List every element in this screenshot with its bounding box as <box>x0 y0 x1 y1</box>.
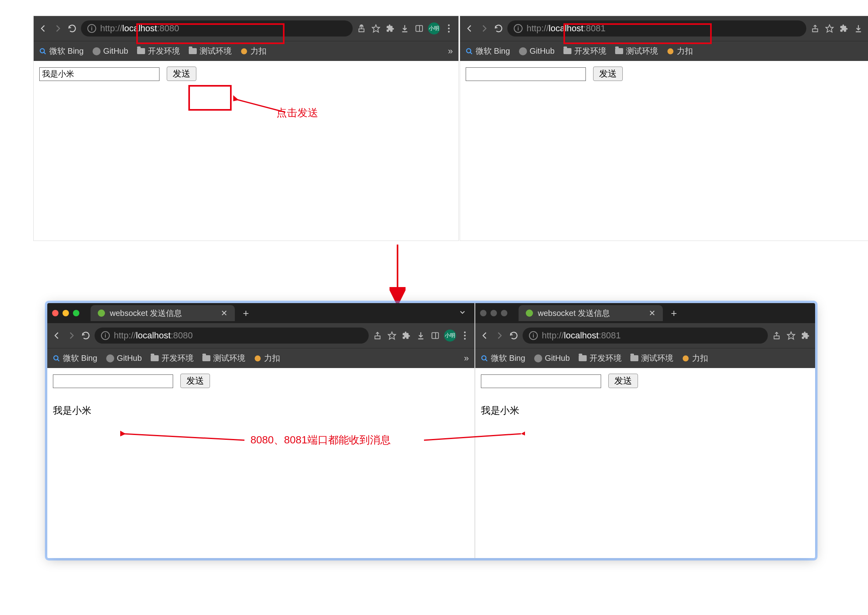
bookmark-likou[interactable]: 力扣 <box>254 353 280 364</box>
message-input[interactable] <box>466 67 586 81</box>
message-input[interactable] <box>39 67 159 81</box>
bookmark-likou[interactable]: 力扣 <box>682 353 708 364</box>
new-tab-button[interactable]: + <box>667 307 681 320</box>
github-icon <box>519 47 527 55</box>
close-tab-icon[interactable]: ✕ <box>221 308 228 318</box>
window-controls[interactable] <box>52 310 79 316</box>
reload-button[interactable] <box>508 330 519 341</box>
bookmark-likou[interactable]: 力扣 <box>240 46 266 57</box>
bookmark-bing[interactable]: 微软 Bing <box>39 46 84 57</box>
svg-point-9 <box>241 48 247 54</box>
bookmark-testenv[interactable]: 测试环境 <box>202 353 245 364</box>
bookmark-github[interactable]: GitHub <box>519 47 555 56</box>
info-icon: i <box>514 24 523 33</box>
share-icon[interactable] <box>372 331 383 340</box>
share-icon[interactable] <box>356 24 367 33</box>
send-button[interactable]: 发送 <box>608 374 638 388</box>
menu-icon[interactable] <box>459 331 470 340</box>
browser-tab[interactable]: websocket 发送信息 ✕ <box>519 305 663 321</box>
bookmark-devenv[interactable]: 开发环境 <box>563 46 606 57</box>
close-window-icon[interactable] <box>52 310 59 316</box>
bookmarks-overflow[interactable]: » <box>464 353 469 364</box>
svg-line-23 <box>57 359 59 361</box>
back-button[interactable] <box>479 330 491 341</box>
address-bar[interactable]: i http://localhost:8081 <box>507 20 806 36</box>
browser-toolbar: i http://localhost:8080 小明 <box>34 16 458 41</box>
new-tab-button[interactable]: + <box>239 307 253 320</box>
panel-icon[interactable] <box>430 331 441 340</box>
bookmark-github[interactable]: GitHub <box>534 354 570 363</box>
star-icon[interactable] <box>824 24 835 33</box>
bookmark-testenv[interactable]: 测试环境 <box>630 353 673 364</box>
bookmarks-bar: 微软 Bing GitHub 开发环境 测试环境 力扣 <box>460 41 868 61</box>
download-icon[interactable] <box>853 24 864 33</box>
folder-icon <box>579 355 587 361</box>
folder-icon <box>202 355 210 361</box>
back-button[interactable] <box>51 330 63 341</box>
share-icon[interactable] <box>809 24 821 33</box>
send-button[interactable]: 发送 <box>180 374 210 388</box>
menu-icon[interactable] <box>443 24 454 33</box>
bookmark-github[interactable]: GitHub <box>93 47 128 56</box>
send-button[interactable]: 发送 <box>167 67 196 81</box>
back-button[interactable] <box>38 23 49 34</box>
minimize-window-icon[interactable] <box>491 310 497 316</box>
tab-title: websocket 发送信息 <box>110 308 182 319</box>
star-icon[interactable] <box>386 331 398 340</box>
reload-button[interactable] <box>80 330 91 341</box>
svg-point-4 <box>448 24 450 26</box>
profile-avatar[interactable]: 小明 <box>444 330 456 342</box>
bookmark-testenv[interactable]: 测试环境 <box>615 46 658 57</box>
extensions-icon[interactable] <box>401 331 412 340</box>
bookmark-bing[interactable]: 微软 Bing <box>53 353 97 364</box>
folder-icon <box>630 355 638 361</box>
reload-button[interactable] <box>67 23 78 34</box>
tab-strip: websocket 发送信息 ✕ + <box>47 303 474 323</box>
extensions-icon[interactable] <box>838 24 850 33</box>
bookmark-bing[interactable]: 微软 Bing <box>481 353 525 364</box>
address-bar[interactable]: i http://localhost:8080 <box>81 20 353 36</box>
extensions-icon[interactable] <box>800 331 811 340</box>
address-bar[interactable]: i http://localhost:8080 <box>95 328 369 344</box>
tab-menu-icon[interactable] <box>455 308 470 318</box>
folder-icon <box>137 48 145 54</box>
profile-avatar[interactable]: 小明 <box>428 22 440 34</box>
star-icon[interactable] <box>785 331 797 340</box>
info-icon: i <box>529 331 538 340</box>
minimize-window-icon[interactable] <box>63 310 69 316</box>
bookmark-github[interactable]: GitHub <box>106 354 142 363</box>
send-button[interactable]: 发送 <box>593 67 623 81</box>
bookmark-bing[interactable]: 微软 Bing <box>466 46 510 57</box>
svg-point-12 <box>466 49 471 53</box>
page-content: 发送 我是小米 <box>47 368 474 423</box>
forward-button[interactable] <box>478 23 490 34</box>
download-icon[interactable] <box>399 24 410 33</box>
message-input[interactable] <box>53 374 173 388</box>
url-text: http://localhost:8080 <box>100 23 179 34</box>
forward-button[interactable] <box>66 330 77 341</box>
reload-button[interactable] <box>493 23 504 34</box>
window-controls[interactable] <box>480 310 507 316</box>
bookmark-devenv[interactable]: 开发环境 <box>579 353 622 364</box>
forward-button[interactable] <box>494 330 505 341</box>
close-tab-icon[interactable]: ✕ <box>649 308 656 318</box>
back-button[interactable] <box>464 23 475 34</box>
panel-icon[interactable] <box>414 24 425 33</box>
share-icon[interactable] <box>771 331 782 340</box>
bookmark-devenv[interactable]: 开发环境 <box>137 46 180 57</box>
close-window-icon[interactable] <box>480 310 486 316</box>
bookmark-likou[interactable]: 力扣 <box>667 46 693 57</box>
download-icon[interactable] <box>415 331 426 340</box>
extensions-icon[interactable] <box>385 24 396 33</box>
bookmark-devenv[interactable]: 开发环境 <box>151 353 194 364</box>
browser-tab[interactable]: websocket 发送信息 ✕ <box>91 305 235 321</box>
forward-button[interactable] <box>52 23 63 34</box>
star-icon[interactable] <box>370 24 382 33</box>
svg-point-20 <box>464 335 466 336</box>
address-bar[interactable]: i http://localhost:8081 <box>523 328 768 344</box>
message-input[interactable] <box>481 374 601 388</box>
maximize-window-icon[interactable] <box>73 310 79 316</box>
maximize-window-icon[interactable] <box>501 310 507 316</box>
bookmark-testenv[interactable]: 测试环境 <box>189 46 232 57</box>
bookmarks-overflow[interactable]: » <box>448 46 453 57</box>
